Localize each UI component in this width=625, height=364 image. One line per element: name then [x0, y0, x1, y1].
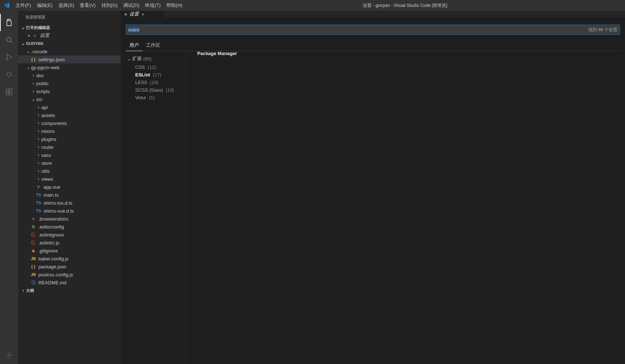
nohide-icon: 🚫 — [30, 232, 36, 238]
folder-row[interactable]: ›mixins — [18, 127, 121, 135]
section-label: 打开的编辑器 — [26, 25, 50, 30]
folder-row[interactable]: ›scripts — [18, 87, 121, 95]
search-icon[interactable] — [0, 31, 18, 49]
menu-item[interactable]: 终端(T) — [142, 0, 164, 11]
svg-rect-6 — [6, 89, 9, 92]
file-row[interactable]: 🚫.eslintignore — [18, 231, 121, 239]
tab-user[interactable]: 用户 — [126, 40, 142, 51]
chevron-right-icon: › — [36, 105, 41, 110]
settings-search[interactable]: 找到 68 个设置 — [126, 25, 620, 35]
folder-row[interactable]: ›public — [18, 79, 121, 87]
toc-count: (19) — [149, 80, 158, 85]
chevron-down-icon: ⌄ — [25, 49, 31, 54]
git-icon: ◆ — [30, 248, 36, 254]
folder-row[interactable]: ›views — [18, 175, 121, 183]
folder-row[interactable]: ›utils — [18, 167, 121, 175]
folder-row[interactable]: ›sass — [18, 151, 121, 159]
toc-label: ESLint — [135, 72, 150, 78]
tab-workspace[interactable]: 工作区 — [142, 40, 164, 51]
explorer-icon[interactable] — [0, 14, 18, 31]
menu-item[interactable]: 查看(V) — [77, 0, 98, 11]
toc-label: Vetur — [135, 95, 146, 100]
tree-label: .browserslistrc — [38, 216, 69, 222]
svg-rect-8 — [9, 92, 12, 95]
folder-row[interactable]: ⌄.vscode — [18, 47, 121, 55]
toc-item[interactable]: ESLint (17) — [127, 71, 185, 79]
folder-row[interactable]: ⌄src — [18, 95, 121, 103]
settings-icon: ≡ — [124, 12, 127, 17]
folder-row[interactable]: ›store — [18, 159, 121, 167]
tree-label: src — [36, 97, 42, 102]
menu-item[interactable]: 调试(D) — [120, 0, 142, 11]
toc-item[interactable]: Vetur (1) — [127, 94, 185, 101]
chevron-right-icon: › — [36, 168, 41, 173]
chevron-right-icon: › — [36, 113, 41, 118]
source-control-icon[interactable] — [0, 49, 18, 66]
file-row[interactable]: TSshims-tsx.d.ts — [18, 199, 121, 207]
chevron-down-icon: ⌄ — [20, 41, 26, 46]
file-row[interactable]: JSbabel.config.js — [18, 255, 121, 263]
chevron-right-icon: › — [36, 129, 41, 134]
project-section[interactable]: ⌄ GUOYAN — [18, 39, 121, 47]
tree-label: router — [41, 145, 54, 150]
file-row[interactable]: { }package.json — [18, 263, 121, 271]
file-tree: ⌄ 打开的编辑器 × ≡ 设置 ⌄ GUOYAN ⌄.vscode{ }sett… — [18, 24, 121, 364]
file-row[interactable]: JSpostcss.config.js — [18, 271, 121, 279]
menu-item[interactable]: 文件(F) — [13, 0, 34, 11]
search-input[interactable] — [128, 27, 588, 33]
open-editor-item[interactable]: × ≡ 设置 — [18, 32, 121, 39]
folder-row[interactable]: ›doc — [18, 71, 121, 79]
file-row[interactable]: ⚙.editorconfig — [18, 223, 121, 231]
folder-row[interactable]: ⌄gy-pgcm-web — [18, 63, 121, 71]
open-editors-section[interactable]: ⌄ 打开的编辑器 — [18, 24, 121, 32]
folder-row[interactable]: ›components — [18, 119, 121, 127]
close-icon[interactable]: × — [142, 12, 145, 17]
toc-item[interactable]: LESS (19) — [127, 79, 185, 86]
file-row[interactable]: TSshims-vue.d.ts — [18, 207, 121, 215]
menu-item[interactable]: 帮助(H) — [164, 0, 185, 11]
ts-icon: TS — [36, 192, 41, 198]
toc-item[interactable]: CSS (12) — [127, 63, 185, 71]
tab-settings[interactable]: ≡ 设置 × — [121, 11, 164, 17]
svg-point-2 — [7, 54, 8, 56]
file-row[interactable]: Vapp.vue — [18, 183, 121, 191]
js-icon: JS — [30, 256, 36, 262]
manage-gear-icon[interactable] — [0, 347, 18, 364]
file-row[interactable]: { }settings.json — [18, 55, 121, 63]
toc-extensions[interactable]: ⌄ 扩展 (68) — [127, 55, 185, 62]
svg-point-0 — [7, 37, 11, 42]
file-row[interactable]: ◆.gitignore — [18, 247, 121, 255]
chevron-right-icon: › — [30, 89, 36, 94]
toc-label: CSS — [135, 64, 145, 70]
menu-item[interactable]: 选择(S) — [55, 0, 77, 11]
tree-label: gy-pgcm-web — [31, 65, 59, 70]
section-label: 大纲 — [26, 288, 34, 293]
chevron-down-icon: ⌄ — [127, 56, 132, 62]
menu-item[interactable]: 转到(G) — [99, 0, 121, 11]
file-row[interactable]: ⓘREADME.md — [18, 279, 121, 286]
debug-icon[interactable] — [0, 66, 18, 83]
file-row[interactable]: 🚫.eslintrc.js — [18, 239, 121, 247]
window-title: 设置 - guoyan - Visual Studio Code [管理员] — [185, 3, 625, 9]
toc-item[interactable]: SCSS (Sass) (19) — [127, 86, 185, 94]
outline-section[interactable]: › 大纲 — [18, 286, 121, 294]
tree-label: scripts — [36, 89, 50, 94]
title-bar: 文件(F)编辑(E)选择(S)查看(V)转到(G)调试(D)终端(T)帮助(H)… — [0, 0, 625, 11]
folder-row[interactable]: ›assets — [18, 111, 121, 119]
file-row[interactable]: ≡.browserslistrc — [18, 215, 121, 223]
tree-label: postcss.config.js — [38, 272, 73, 277]
tree-label: .eslintignore — [38, 232, 64, 238]
extensions-icon[interactable] — [0, 83, 18, 101]
chevron-right-icon: › — [36, 145, 41, 150]
ts-icon: TS — [36, 208, 41, 214]
settings-list[interactable]: Eslint: Package Manager The package mana… — [185, 51, 625, 364]
file-row[interactable]: TSmain.ts — [18, 191, 121, 199]
svg-point-4 — [10, 57, 12, 58]
close-icon[interactable]: × — [26, 33, 32, 38]
folder-row[interactable]: ›plugins — [18, 135, 121, 143]
menu-item[interactable]: 编辑(E) — [34, 0, 55, 11]
folder-row[interactable]: ›router — [18, 143, 121, 151]
folder-row[interactable]: ›api — [18, 103, 121, 111]
toc-count: (17) — [152, 72, 161, 78]
svg-rect-7 — [6, 92, 9, 95]
